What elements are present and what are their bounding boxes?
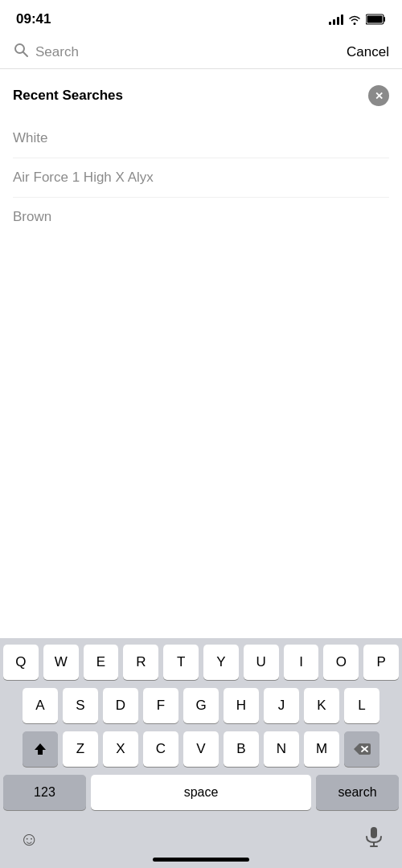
- key-s[interactable]: S: [63, 688, 98, 723]
- key-m[interactable]: M: [304, 731, 339, 767]
- key-h[interactable]: H: [224, 688, 259, 723]
- key-d[interactable]: D: [103, 688, 138, 723]
- key-t[interactable]: T: [163, 645, 199, 680]
- svg-rect-1: [367, 16, 383, 23]
- signal-icon: [329, 14, 343, 25]
- search-bar: Cancel: [0, 35, 402, 69]
- key-v[interactable]: V: [183, 731, 219, 767]
- key-f[interactable]: F: [143, 688, 178, 723]
- recent-item[interactable]: Air Force 1 High X Alyx: [13, 158, 389, 198]
- recent-item[interactable]: Brown: [13, 198, 389, 236]
- keyboard-row-2: A S D F G H J K L: [3, 688, 399, 723]
- microphone-icon[interactable]: [365, 826, 383, 852]
- key-y[interactable]: Y: [203, 645, 239, 680]
- recent-header: Recent Searches: [13, 85, 389, 106]
- shift-key[interactable]: [23, 731, 58, 767]
- recent-list: White Air Force 1 High X Alyx Brown: [13, 119, 389, 236]
- space-key[interactable]: space: [91, 775, 311, 810]
- recent-searches-title: Recent Searches: [13, 88, 123, 104]
- key-i[interactable]: I: [284, 645, 319, 680]
- num-key[interactable]: 123: [3, 775, 86, 810]
- key-r[interactable]: R: [123, 645, 158, 680]
- key-w[interactable]: W: [43, 645, 79, 680]
- key-q[interactable]: Q: [3, 645, 39, 680]
- key-k[interactable]: K: [304, 688, 339, 723]
- keyboard: Q W E R T Y U I O P A S D F G H J K L Z …: [0, 638, 402, 868]
- clear-recent-button[interactable]: [368, 85, 389, 106]
- key-e[interactable]: E: [84, 645, 119, 680]
- battery-icon: [366, 14, 386, 25]
- keyboard-row-3: Z X C V B N M: [3, 731, 399, 767]
- key-p[interactable]: P: [363, 645, 399, 680]
- svg-rect-6: [371, 827, 377, 838]
- recent-searches-section: Recent Searches White Air Force 1 High X…: [0, 69, 402, 236]
- emoji-icon[interactable]: ☺: [19, 828, 39, 850]
- key-z[interactable]: Z: [63, 731, 98, 767]
- search-icon: [13, 42, 29, 62]
- key-o[interactable]: O: [323, 645, 359, 680]
- status-bar: 09:41: [0, 0, 402, 35]
- key-c[interactable]: C: [143, 731, 178, 767]
- key-l[interactable]: L: [344, 688, 379, 723]
- keyboard-row-4: 123 space search: [3, 775, 399, 810]
- key-n[interactable]: N: [264, 731, 299, 767]
- keyboard-row-1: Q W E R T Y U I O P: [3, 645, 399, 680]
- key-x[interactable]: X: [103, 731, 138, 767]
- home-indicator: [153, 858, 249, 862]
- delete-key[interactable]: [344, 731, 379, 767]
- search-key[interactable]: search: [316, 775, 399, 810]
- wifi-icon: [348, 14, 361, 25]
- status-icons: [329, 14, 386, 25]
- cancel-button[interactable]: Cancel: [347, 44, 389, 60]
- search-input[interactable]: [35, 44, 340, 60]
- key-u[interactable]: U: [244, 645, 279, 680]
- svg-line-3: [23, 52, 27, 56]
- status-time: 09:41: [16, 11, 51, 27]
- key-g[interactable]: G: [183, 688, 219, 723]
- key-b[interactable]: B: [224, 731, 259, 767]
- key-a[interactable]: A: [23, 688, 58, 723]
- key-j[interactable]: J: [264, 688, 299, 723]
- recent-item[interactable]: White: [13, 119, 389, 158]
